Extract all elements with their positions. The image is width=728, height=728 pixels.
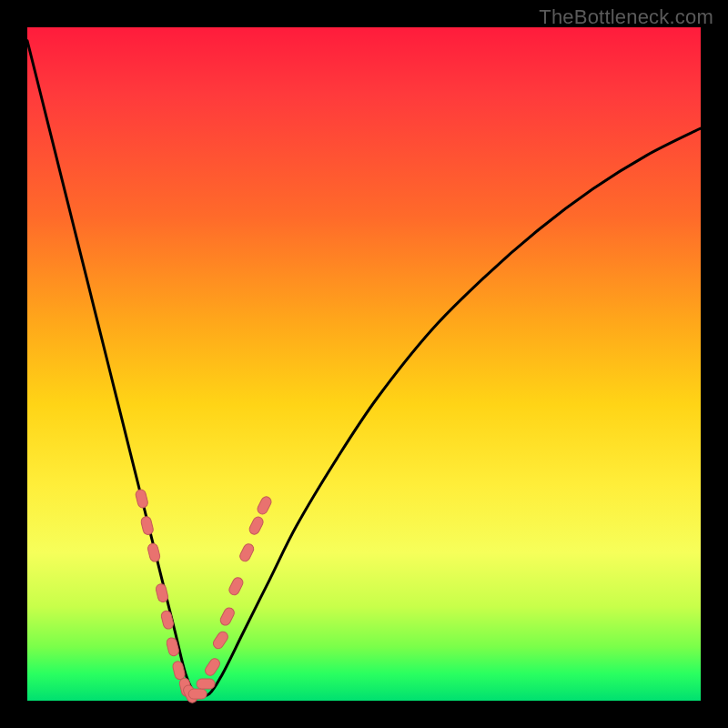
data-marker — [160, 610, 175, 630]
watermark-text: TheBottleneck.com — [539, 5, 713, 29]
data-marker — [248, 515, 265, 536]
data-marker — [256, 495, 273, 516]
data-marker — [188, 689, 207, 699]
bottleneck-curve — [27, 41, 701, 697]
data-marker — [238, 542, 256, 563]
data-marker — [135, 489, 149, 509]
data-marker — [211, 630, 229, 651]
chart-svg — [27, 27, 701, 701]
plot-area — [27, 27, 701, 701]
data-marker — [197, 679, 215, 689]
data-marker — [218, 606, 236, 627]
data-markers — [135, 489, 273, 704]
data-marker — [147, 542, 161, 562]
data-marker — [155, 583, 169, 603]
data-marker — [228, 576, 245, 597]
data-marker — [203, 657, 221, 678]
chart-frame: TheBottleneck.com — [0, 0, 728, 728]
data-marker — [140, 516, 155, 536]
